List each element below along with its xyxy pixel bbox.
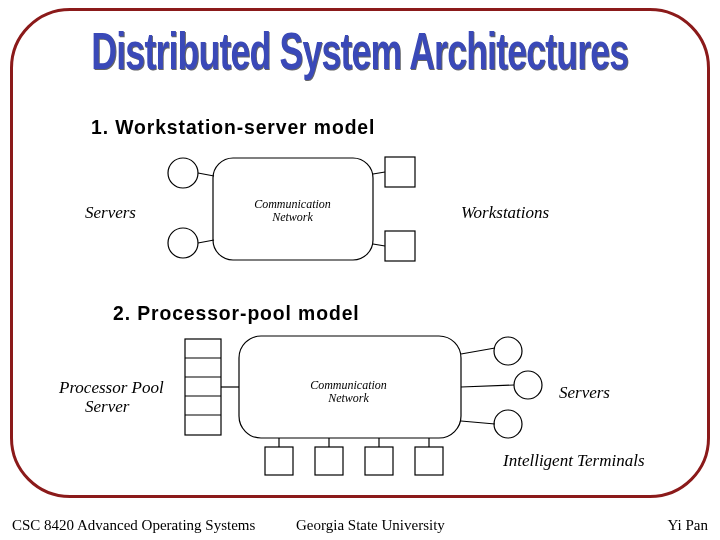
svg-line-19 [461, 348, 495, 354]
footer-right: Yi Pan [668, 517, 708, 534]
svg-point-1 [168, 158, 198, 188]
slide-frame: Distributed System Architectures 1. Work… [10, 8, 710, 498]
title-wrap: Distributed System Architectures [13, 27, 707, 75]
section2-pool-label-line1: Processor Pool [59, 378, 164, 398]
section2-terminals-label: Intelligent Terminals [503, 451, 645, 471]
diagram-svg [13, 11, 713, 501]
svg-rect-10 [185, 339, 221, 435]
section1-commnet-label-line2: Network [245, 210, 340, 225]
section1-servers-label: Servers [85, 203, 136, 223]
svg-rect-6 [385, 231, 415, 261]
section1-heading: 1. Workstation-server model [91, 115, 375, 139]
svg-line-8 [373, 244, 385, 246]
section2-servers-label: Servers [559, 383, 610, 403]
svg-line-21 [461, 421, 495, 424]
section2-commnet-label-line2: Network [301, 391, 396, 406]
svg-point-18 [494, 410, 522, 438]
svg-line-7 [373, 172, 385, 174]
svg-rect-22 [265, 447, 293, 475]
svg-rect-24 [365, 447, 393, 475]
svg-line-4 [198, 240, 214, 243]
svg-line-20 [461, 385, 514, 387]
footer-left: CSC 8420 Advanced Operating Systems [12, 517, 255, 534]
svg-rect-25 [415, 447, 443, 475]
section2-pool-label-line2: Server [85, 397, 129, 417]
svg-line-3 [198, 173, 214, 176]
footer-center: Georgia State University [296, 517, 445, 534]
svg-point-2 [168, 228, 198, 258]
section1-workstations-label: Workstations [461, 203, 549, 223]
slide-title: Distributed System Architectures [92, 21, 629, 81]
svg-point-17 [514, 371, 542, 399]
section2-heading: 2. Processor-pool model [113, 301, 360, 325]
svg-rect-23 [315, 447, 343, 475]
svg-point-16 [494, 337, 522, 365]
svg-rect-5 [385, 157, 415, 187]
